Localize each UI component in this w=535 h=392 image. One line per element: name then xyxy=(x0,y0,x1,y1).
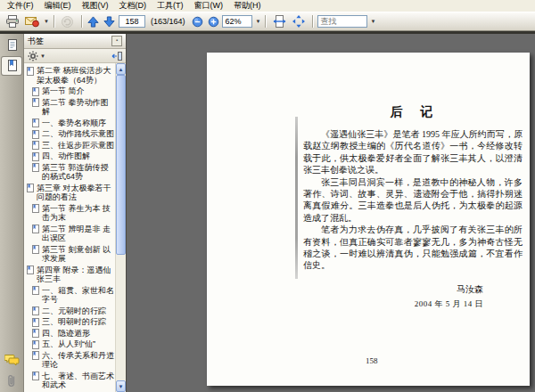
menu-item[interactable]: 帮助(H) xyxy=(228,0,267,12)
bookmark-item[interactable]: 一、拳势名称顺序 xyxy=(27,118,115,129)
find-dropdown-arrow[interactable]: ▼ xyxy=(370,19,375,24)
menu-item[interactable]: 窗口(W) xyxy=(189,0,229,12)
bookmark-item[interactable]: 四、隐迹遁形 xyxy=(27,328,115,339)
bookmarks-panel: 书签 ▪ ▼ 第二章 杨班侯活步大架太极拳（64势） xyxy=(24,34,127,392)
arrow-down-icon xyxy=(103,16,115,28)
bookmark-label: 五、从人到“仙” xyxy=(42,339,115,349)
signature-date: 2004 年 5 月 14 日 xyxy=(303,298,483,310)
zoom-in-icon xyxy=(208,16,219,28)
bookmarks-tab[interactable] xyxy=(2,57,21,75)
scrollbar-thumb[interactable] xyxy=(116,75,126,255)
bookmark-label: 第三节 刻意创新 以求发展 xyxy=(42,245,115,264)
options-gear-icon[interactable] xyxy=(28,51,38,61)
zoom-in-button[interactable] xyxy=(206,14,220,29)
paragraph: 笔者为力求去伪存真，几乎披阅了有关张三丰的所有资料，但真正确实可靠者寥寥无几，多… xyxy=(303,224,523,272)
bookmark-item[interactable]: 第三章 对太极拳若干问题的看法 xyxy=(27,183,115,203)
pages-tab[interactable] xyxy=(2,37,21,54)
find-input[interactable] xyxy=(317,15,367,28)
bookmark-item[interactable]: 六、传承关系和丹道理论 xyxy=(27,350,115,371)
zoom-out-button[interactable] xyxy=(190,14,204,29)
menu-item[interactable]: 工具(T) xyxy=(152,0,189,12)
bookmark-page-icon xyxy=(32,372,39,380)
bookmark-item[interactable]: 第二章 杨班侯活步大架太极拳（64势） xyxy=(27,65,115,86)
bookmark-page-icon xyxy=(27,184,34,192)
fit-page-button[interactable] xyxy=(290,14,308,29)
collapse-panel-icon[interactable] xyxy=(111,51,122,61)
bookmark-page-icon xyxy=(27,67,34,76)
print-icon xyxy=(5,15,20,28)
bookmark-label: 第二节 辨明是非 走出误区 xyxy=(42,225,115,243)
bookmark-label: 一、籍贯、家世和名字号 xyxy=(42,286,115,305)
bookmark-page-icon xyxy=(32,87,39,96)
bookmarks-scrollbar[interactable]: ▲ ▼ xyxy=(115,63,126,392)
bookmark-item[interactable]: 第三节 郭连荫传授的杨式64势 xyxy=(27,162,115,183)
previous-page-button[interactable] xyxy=(86,14,101,29)
previous-view-button xyxy=(59,14,77,29)
bookmark-item[interactable]: 第二节 拳势动作图解 xyxy=(27,97,115,118)
bookmark-label: 二、元朝时的行踪 xyxy=(42,306,115,316)
page-text-block: 后 记 《遥遇仙张三丰》是笔者 1995 年应人所约而写，原载赵立纲教授主编的《… xyxy=(303,104,523,310)
bookmark-item[interactable]: 五、从人到“仙” xyxy=(27,339,115,350)
panel-menu-button[interactable]: ▪ xyxy=(111,36,122,46)
bookmark-page-icon xyxy=(32,286,39,295)
toolbar-separator xyxy=(81,15,82,28)
email-button[interactable] xyxy=(23,14,41,29)
menu-item[interactable]: 编辑(E) xyxy=(39,0,77,12)
comments-icon xyxy=(4,354,20,366)
bookmark-page-icon xyxy=(32,245,39,254)
email-dropdown-arrow[interactable]: ▼ xyxy=(44,19,49,24)
bookmark-item[interactable]: 第三节 刻意创新 以求发展 xyxy=(27,244,115,265)
comments-tab[interactable] xyxy=(2,351,21,369)
document-pane[interactable]: 后 记 《遥遇仙张三丰》是笔者 1995 年应人所约而写，原载赵立纲教授主编的《… xyxy=(127,34,535,392)
bookmark-label: 第二节 拳势动作图解 xyxy=(42,98,115,117)
bookmark-item[interactable]: 第二节 辨明是非 走出误区 xyxy=(27,224,115,244)
options-dropdown-arrow[interactable]: ▼ xyxy=(40,53,45,59)
bookmark-item[interactable]: 第四章 附录：遥遇仙张三丰 xyxy=(27,265,115,285)
bookmark-label: 第一节 养生为本 技击为末 xyxy=(42,204,115,223)
bookmark-item[interactable]: 三、明朝时的行踪 xyxy=(27,316,115,328)
fit-width-button[interactable] xyxy=(270,14,288,29)
bookmark-page-icon xyxy=(32,98,39,107)
pdf-reader-window: 文件(F)编辑(E)视图(V)文档(D)工具(T)窗口(W)帮助(H) ▼ (1… xyxy=(0,0,535,392)
bookmark-item[interactable]: 二、元朝时的行踪 xyxy=(27,306,115,317)
email-icon xyxy=(25,15,39,28)
zoom-level-input[interactable] xyxy=(222,15,252,28)
next-page-button[interactable] xyxy=(103,14,117,29)
page-number-input[interactable] xyxy=(119,15,145,28)
zoom-dropdown-arrow[interactable]: ▼ xyxy=(255,19,260,24)
paragraph: 《遥遇仙张三丰》是笔者 1995 年应人所约而写，原载赵立纲教授主编的《历代名道… xyxy=(303,128,523,176)
bookmark-label: 三、往返步距示意图 xyxy=(42,141,115,151)
bookmark-page-icon xyxy=(32,204,39,213)
toolbar-separator xyxy=(54,15,54,28)
bookmark-item[interactable]: 三、往返步距示意图 xyxy=(27,140,115,151)
paperclip-icon xyxy=(6,373,17,388)
attachments-tab[interactable] xyxy=(2,372,21,389)
menu-item[interactable]: 文件(F) xyxy=(2,0,39,12)
bookmark-item[interactable]: 第一节 简介 xyxy=(27,86,115,97)
bookmark-label: 三、明朝时的行踪 xyxy=(42,317,115,327)
bookmark-item[interactable]: 四、动作图解 xyxy=(27,151,115,162)
print-button[interactable] xyxy=(4,14,21,29)
bookmark-label: 四、动作图解 xyxy=(42,151,115,161)
bookmark-item[interactable]: 第一节 养生为本 技击为末 xyxy=(27,203,115,224)
scroll-down-arrow-icon[interactable]: ▼ xyxy=(116,380,126,392)
bookmark-page-icon xyxy=(32,163,39,172)
bookmark-item[interactable]: 七、著述、书画艺术和武术 xyxy=(27,371,115,391)
menu-bar: 文件(F)编辑(E)视图(V)文档(D)工具(T)窗口(W)帮助(H) xyxy=(0,0,535,12)
page-folio-number: 158 xyxy=(366,356,378,365)
bookmark-label: 第二章 杨班侯活步大架太极拳（64势） xyxy=(37,66,115,85)
menu-item[interactable]: 文档(D) xyxy=(114,0,152,12)
bookmark-label: 第四章 附录：遥遇仙张三丰 xyxy=(37,265,115,284)
bookmark-item[interactable]: 二、动作路线示意图 xyxy=(27,128,115,140)
bookmark-page-icon xyxy=(32,118,39,127)
scroll-up-arrow-icon[interactable]: ▲ xyxy=(116,63,126,75)
menu-item[interactable]: 视图(V) xyxy=(77,0,114,12)
bookmark-label: 第一节 简介 xyxy=(42,86,115,96)
bookmark-page-icon xyxy=(32,130,39,139)
bookmark-item[interactable]: 一、籍贯、家世和名字号 xyxy=(27,285,115,306)
bookmark-page-icon xyxy=(32,329,39,338)
signature-name: 马汝森 xyxy=(303,283,483,296)
document-page: 后 记 《遥遇仙张三丰》是笔者 1995 年应人所约而写，原载赵立纲教授主编的《… xyxy=(207,53,530,386)
bookmarks-icon xyxy=(5,59,19,73)
bookmarks-panel-title: 书签 xyxy=(28,36,111,47)
